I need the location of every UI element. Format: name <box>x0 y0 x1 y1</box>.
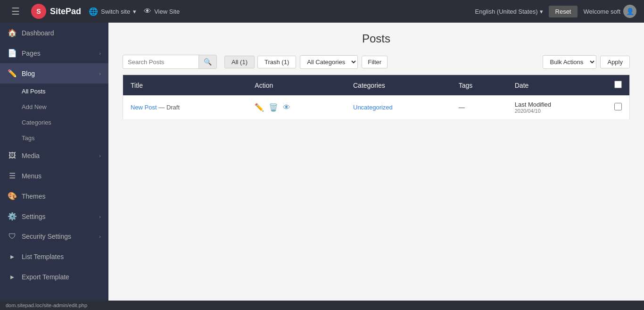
sidebar-sub-item-all-posts[interactable]: All Posts <box>0 84 108 99</box>
all-posts-filter-button[interactable]: All (1) <box>224 56 255 68</box>
chevron-right-icon: › <box>99 50 101 56</box>
post-tags-cell: — <box>451 95 507 120</box>
top-navigation: ☰ S SitePad 🌐 Switch site ▾ 👁 View Site … <box>0 0 644 23</box>
search-button[interactable]: 🔍 <box>198 55 216 68</box>
logo-text: SitePad <box>50 7 81 17</box>
sidebar-item-themes[interactable]: 🎨 Themes <box>0 186 108 206</box>
sidebar-item-label: Security Settings <box>22 233 94 240</box>
switch-site-label: Switch site <box>101 8 130 15</box>
th-categories: Categories <box>346 75 451 96</box>
shield-icon: 🛡 <box>8 232 17 241</box>
lang-label: English (United States) <box>475 8 538 15</box>
row-checkbox[interactable] <box>614 103 622 110</box>
switch-site-arrow: ▾ <box>133 8 136 15</box>
welcome-label: Welcome soft <box>583 8 620 15</box>
sidebar-item-label: Settings <box>22 213 94 220</box>
sidebar-item-list-templates[interactable]: ▸ List Templates <box>0 246 108 267</box>
hamburger-menu-button[interactable]: ☰ <box>8 4 24 19</box>
eye-icon: 👁 <box>144 7 151 16</box>
export-template-icon: ▸ <box>8 272 17 281</box>
posts-container: Posts 🔍 All (1) Trash (1) <box>108 23 644 301</box>
category-link[interactable]: Uncategorized <box>353 104 393 111</box>
sidebar-item-pages[interactable]: 📄 Pages › <box>0 43 108 63</box>
chevron-right-icon: › <box>99 234 101 239</box>
posts-table: Title Action Categories Tags Date New Po… <box>123 75 630 120</box>
sidebar-sub-item-tags[interactable]: Tags <box>0 130 108 146</box>
table-row: New Post — Draft ✏️ 🗑️ 👁 Uncategorized <box>123 95 630 120</box>
post-checkbox-cell <box>607 95 630 120</box>
edit-icon[interactable]: ✏️ <box>255 103 264 112</box>
sidebar-item-label: Media <box>22 152 94 159</box>
chevron-right-icon: › <box>99 214 101 219</box>
th-title: Title <box>123 75 248 96</box>
tags-label: Tags <box>22 134 34 142</box>
lang-arrow: ▾ <box>540 8 543 15</box>
filter-button[interactable]: Filter <box>362 56 388 68</box>
chevron-down-icon: › <box>99 71 101 76</box>
post-draft-label: — Draft <box>158 104 180 111</box>
post-action-cell: ✏️ 🗑️ 👁 <box>247 95 346 120</box>
page-title: Posts <box>123 32 630 45</box>
sidebar-item-settings[interactable]: ⚙️ Settings › <box>0 206 108 226</box>
welcome-text: Welcome soft 👤 <box>583 5 636 18</box>
delete-icon[interactable]: 🗑️ <box>269 103 278 112</box>
globe-icon: 🌐 <box>89 7 98 16</box>
post-categories-cell: Uncategorized <box>346 95 451 120</box>
sidebar-item-blog[interactable]: ✏️ Blog › <box>0 63 108 84</box>
switch-site-button[interactable]: 🌐 Switch site ▾ <box>89 7 136 16</box>
categories-dropdown[interactable]: All Categories <box>300 55 358 69</box>
list-templates-icon: ▸ <box>8 252 17 261</box>
bulk-actions-dropdown[interactable]: Bulk Actions <box>543 55 596 69</box>
apply-button[interactable]: Apply <box>600 56 630 68</box>
sidebar-item-menus[interactable]: ☰ Menus <box>0 166 108 186</box>
view-icon[interactable]: 👁 <box>283 103 290 112</box>
sidebar-item-label: Blog <box>22 70 94 77</box>
trash-label: Trash <box>264 59 280 66</box>
post-title-link[interactable]: New Post <box>131 104 157 111</box>
sidebar-item-security-settings[interactable]: 🛡 Security Settings › <box>0 226 108 246</box>
view-site-label: View Site <box>154 8 180 15</box>
th-checkbox <box>607 75 630 96</box>
logo-icon: S <box>31 4 46 19</box>
table-header-row: Title Action Categories Tags Date <box>123 75 630 96</box>
reset-button[interactable]: Reset <box>549 6 578 17</box>
sidebar-item-media[interactable]: 🖼 Media › <box>0 146 108 166</box>
select-all-checkbox[interactable] <box>614 81 622 88</box>
language-selector[interactable]: English (United States) ▾ <box>475 8 543 15</box>
view-site-button[interactable]: 👁 View Site <box>144 7 180 16</box>
dashboard-icon: 🏠 <box>8 28 17 37</box>
main-content: Posts 🔍 All (1) Trash (1) <box>108 23 644 301</box>
search-input[interactable] <box>123 56 198 68</box>
categories-label: Categories <box>22 119 51 126</box>
sidebar-item-label: Themes <box>22 193 101 200</box>
filter-btn-group: All (1) Trash (1) <box>224 56 296 68</box>
post-date-cell: Last Modified 2020/04/10 <box>507 95 607 120</box>
trash-count: 1 <box>284 59 287 66</box>
themes-icon: 🎨 <box>8 192 17 201</box>
search-wrapper: 🔍 <box>123 55 217 69</box>
sidebar-item-dashboard[interactable]: 🏠 Dashboard <box>0 23 108 43</box>
sidebar-item-label: Dashboard <box>22 29 101 37</box>
blog-icon: ✏️ <box>8 69 17 78</box>
statusbar-url: dom.sitepad.loc/site-admin/edit.php <box>6 302 87 308</box>
sidebar-item-label: List Templates <box>22 253 101 260</box>
sidebar-item-label: Pages <box>22 50 94 57</box>
statusbar: dom.sitepad.loc/site-admin/edit.php <box>0 301 644 310</box>
pages-icon: 📄 <box>8 49 17 58</box>
menus-icon: ☰ <box>8 171 17 180</box>
chevron-right-icon: › <box>99 153 101 159</box>
date-value: 2020/04/10 <box>515 108 599 114</box>
sidebar-item-export-template[interactable]: ▸ Export Template <box>0 267 108 287</box>
trash-filter-button[interactable]: Trash (1) <box>257 56 296 68</box>
sidebar-item-label: Export Template <box>22 273 101 281</box>
toolbar: 🔍 All (1) Trash (1) All Categories Filte… <box>123 55 630 69</box>
sidebar-item-label: Menus <box>22 172 101 180</box>
user-avatar[interactable]: 👤 <box>623 5 636 18</box>
sidebar: 🏠 Dashboard 📄 Pages › ✏️ Blog › All Post… <box>0 23 108 301</box>
sidebar-sub-item-add-new[interactable]: Add New <box>0 99 108 115</box>
add-new-label: Add New <box>22 103 47 110</box>
top-nav-right: English (United States) ▾ Reset Welcome … <box>475 5 636 18</box>
sidebar-sub-item-categories[interactable]: Categories <box>0 115 108 130</box>
post-title-cell: New Post — Draft <box>123 95 248 120</box>
media-icon: 🖼 <box>8 151 17 160</box>
